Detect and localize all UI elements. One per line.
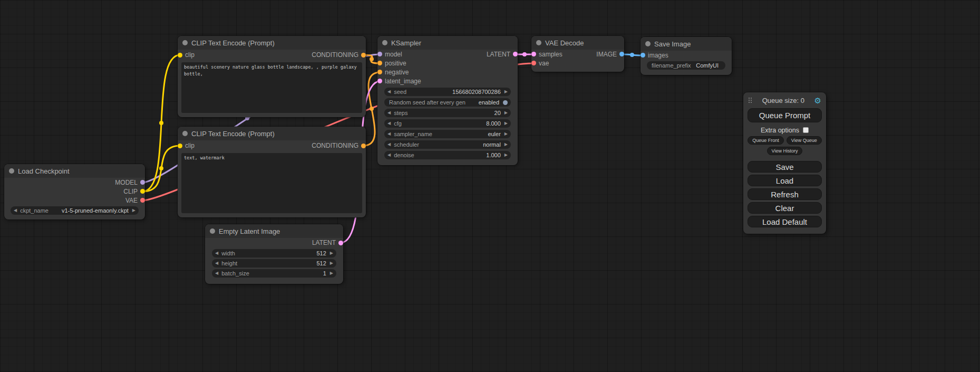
- input-port-latent-image[interactable]: latent_image: [377, 78, 421, 85]
- load-button[interactable]: Load: [748, 175, 822, 186]
- decrement-arrow-icon[interactable]: ◀: [215, 261, 218, 265]
- refresh-button[interactable]: Refresh: [748, 188, 822, 200]
- input-port-images[interactable]: images: [641, 52, 668, 59]
- latent-port-icon[interactable]: [513, 52, 518, 56]
- view-history-button[interactable]: View History: [767, 147, 803, 155]
- clip-port-icon[interactable]: [178, 53, 182, 58]
- conditioning-port-icon[interactable]: [361, 53, 366, 58]
- scheduler-widget[interactable]: ◀ scheduler normal ▶: [384, 140, 511, 149]
- input-port-negative[interactable]: negative: [377, 69, 409, 76]
- clip-port-icon[interactable]: [178, 144, 182, 148]
- input-port-model[interactable]: model: [377, 51, 402, 58]
- ckpt-name-widget[interactable]: ◀ ckpt_name v1-5-pruned-emaonly.ckpt ▶: [11, 206, 139, 215]
- filename-prefix-widget[interactable]: filename_prefix ComfyUI: [647, 61, 725, 70]
- increment-arrow-icon[interactable]: ▶: [504, 90, 508, 94]
- input-port-samples[interactable]: samples: [531, 51, 562, 58]
- denoise-widget[interactable]: ◀ denoise 1.000 ▶: [384, 151, 511, 159]
- negative-prompt-textarea[interactable]: text, watermark: [181, 153, 362, 213]
- output-port-vae[interactable]: VAE: [125, 197, 145, 204]
- decrement-arrow-icon[interactable]: ◀: [387, 121, 391, 126]
- toggle-on-icon[interactable]: [503, 100, 508, 105]
- input-port-vae[interactable]: vae: [531, 60, 549, 67]
- view-queue-button[interactable]: View Queue: [787, 136, 822, 145]
- random-seed-toggle-widget[interactable]: Random seed after every gen enabled: [384, 98, 511, 107]
- queue-front-button[interactable]: Queue Front: [748, 136, 784, 145]
- batch-size-widget[interactable]: ◀ batch_size 1 ▶: [212, 269, 336, 278]
- clip-port-icon[interactable]: [140, 189, 145, 194]
- input-port-clip[interactable]: clip: [178, 142, 195, 149]
- extra-options-checkbox[interactable]: [803, 127, 809, 133]
- queue-prompt-button[interactable]: Queue Prompt: [748, 108, 822, 122]
- clip-encode-title-bar[interactable]: CLIP Text Encode (Prompt): [178, 127, 366, 140]
- image-port-icon[interactable]: [619, 52, 624, 56]
- output-port-image[interactable]: IMAGE: [596, 51, 624, 58]
- height-widget[interactable]: ◀ height 512 ▶: [212, 259, 336, 268]
- increment-arrow-icon[interactable]: ▶: [504, 153, 508, 157]
- output-port-clip[interactable]: CLIP: [123, 188, 145, 195]
- increment-arrow-icon[interactable]: ▶: [504, 132, 508, 136]
- seed-widget[interactable]: ◀ seed 156680208700286 ▶: [384, 88, 511, 96]
- decrement-arrow-icon[interactable]: ◀: [387, 132, 391, 136]
- save-button[interactable]: Save: [748, 161, 822, 173]
- increment-arrow-icon[interactable]: ▶: [504, 121, 508, 126]
- save-image-title-bar[interactable]: Save Image: [641, 37, 732, 51]
- drag-handle-icon[interactable]: [748, 97, 752, 103]
- decrement-arrow-icon[interactable]: ◀: [14, 208, 17, 213]
- increment-arrow-icon[interactable]: ▶: [504, 111, 508, 115]
- decrement-arrow-icon[interactable]: ◀: [387, 153, 391, 157]
- decrement-arrow-icon[interactable]: ◀: [215, 251, 218, 255]
- image-port-icon[interactable]: [641, 53, 645, 58]
- decrement-arrow-icon[interactable]: ◀: [387, 111, 391, 115]
- decrement-arrow-icon[interactable]: ◀: [387, 142, 391, 147]
- node-vae-decode[interactable]: VAE Decode samples IMAGE vae: [531, 36, 624, 72]
- input-port-positive[interactable]: positive: [377, 60, 406, 67]
- latent-port-icon[interactable]: [338, 241, 343, 245]
- increment-arrow-icon[interactable]: ▶: [330, 251, 333, 255]
- load-default-button[interactable]: Load Default: [748, 216, 822, 227]
- input-port-clip[interactable]: clip: [178, 51, 195, 59]
- collapse-dot-icon[interactable]: [382, 40, 387, 45]
- node-load-checkpoint[interactable]: Load Checkpoint MODEL CLIP VAE ◀ ckpt_na…: [4, 164, 145, 220]
- load-checkpoint-title-bar[interactable]: Load Checkpoint: [4, 164, 145, 178]
- latent-port-icon[interactable]: [531, 52, 536, 56]
- output-port-model[interactable]: MODEL: [115, 179, 145, 186]
- collapse-dot-icon[interactable]: [645, 41, 651, 46]
- node-graph-canvas[interactable]: Load Checkpoint MODEL CLIP VAE ◀ ckpt_na…: [0, 0, 980, 372]
- model-port-icon[interactable]: [377, 52, 382, 56]
- collapse-dot-icon[interactable]: [182, 131, 188, 136]
- vae-port-icon[interactable]: [531, 61, 536, 65]
- clear-button[interactable]: Clear: [748, 202, 822, 214]
- decrement-arrow-icon[interactable]: ◀: [215, 271, 218, 275]
- output-port-latent[interactable]: LATENT: [312, 239, 343, 246]
- increment-arrow-icon[interactable]: ▶: [330, 261, 333, 265]
- vae-port-icon[interactable]: [140, 198, 145, 203]
- width-widget[interactable]: ◀ width 512 ▶: [212, 249, 336, 257]
- settings-gear-icon[interactable]: ⚙: [814, 97, 821, 104]
- ksampler-title-bar[interactable]: KSampler: [377, 36, 518, 50]
- vae-decode-title-bar[interactable]: VAE Decode: [531, 36, 624, 50]
- node-save-image[interactable]: Save Image images filename_prefix ComfyU…: [641, 37, 732, 75]
- collapse-dot-icon[interactable]: [536, 40, 541, 45]
- conditioning-port-icon[interactable]: [377, 61, 382, 65]
- node-ksampler[interactable]: KSampler model LATENT positive negative: [377, 36, 518, 165]
- collapse-dot-icon[interactable]: [182, 40, 188, 45]
- collapse-dot-icon[interactable]: [210, 228, 215, 234]
- clip-encode-title-bar[interactable]: CLIP Text Encode (Prompt): [178, 36, 366, 50]
- conditioning-port-icon[interactable]: [377, 70, 382, 74]
- model-port-icon[interactable]: [140, 180, 145, 185]
- node-empty-latent-image[interactable]: Empty Latent Image LATENT ◀ width 512 ▶ …: [205, 224, 343, 284]
- node-clip-text-encode-negative[interactable]: CLIP Text Encode (Prompt) clip CONDITION…: [178, 127, 366, 217]
- increment-arrow-icon[interactable]: ▶: [132, 208, 135, 213]
- latent-port-icon[interactable]: [377, 79, 382, 83]
- increment-arrow-icon[interactable]: ▶: [504, 142, 508, 147]
- empty-latent-title-bar[interactable]: Empty Latent Image: [205, 224, 343, 238]
- output-port-conditioning[interactable]: CONDITIONING: [312, 51, 366, 59]
- node-clip-text-encode-positive[interactable]: CLIP Text Encode (Prompt) clip CONDITION…: [178, 36, 366, 117]
- conditioning-port-icon[interactable]: [361, 144, 366, 148]
- increment-arrow-icon[interactable]: ▶: [330, 271, 333, 275]
- collapse-dot-icon[interactable]: [9, 168, 14, 174]
- output-port-conditioning[interactable]: CONDITIONING: [312, 142, 366, 149]
- decrement-arrow-icon[interactable]: ◀: [387, 90, 391, 94]
- positive-prompt-textarea[interactable]: beautiful scenery nature glass bottle la…: [181, 62, 362, 113]
- output-port-latent[interactable]: LATENT: [487, 51, 518, 58]
